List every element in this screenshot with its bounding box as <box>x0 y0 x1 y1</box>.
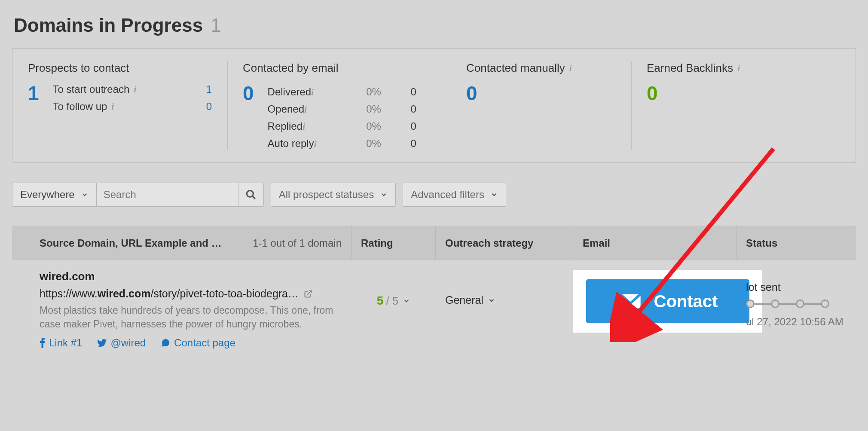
row-link-1-label: Link #1 <box>49 337 82 349</box>
chevron-down-icon <box>380 191 388 199</box>
mail-icon <box>618 292 643 311</box>
search-input[interactable] <box>97 189 238 201</box>
info-icon[interactable]: i <box>134 85 136 94</box>
stats-replied-label: Replied <box>268 120 303 132</box>
filter-bar: Everywhere All prospect statuses Advance… <box>12 183 856 207</box>
chevron-down-icon <box>490 191 498 199</box>
page-title-row: Domains in Progress 1 <box>14 15 856 36</box>
page-title-count: 1 <box>211 15 221 36</box>
stats-autoreply-pct: 0% <box>366 135 410 152</box>
status-date: ul 27, 2022 10:56 AM <box>746 316 847 328</box>
advanced-filters-dropdown[interactable]: Advanced filters <box>403 183 506 207</box>
stats-col-manual: Contacted manually i 0 <box>451 59 631 152</box>
search-icon <box>245 189 257 200</box>
row-links: Link #1 @wired Contact page <box>40 337 342 349</box>
chevron-down-icon <box>403 297 410 305</box>
status-filter-label: All prospect statuses <box>279 189 374 201</box>
stats-autoreply-label: Auto reply <box>268 138 314 149</box>
stats-start-outreach-label: To start outreach <box>53 83 130 95</box>
stats-col-email: Contacted by email 0 Deliveredi 0% 0 Ope… <box>227 59 451 152</box>
th-status: Status <box>737 226 856 260</box>
svg-point-0 <box>247 190 253 197</box>
contact-button-highlight: Contact <box>573 270 762 333</box>
twitter-icon <box>97 338 107 348</box>
row-url-prefix: https://www. <box>40 287 98 300</box>
stats-opened-label: Opened <box>268 103 304 115</box>
stats-replied-val: 0 <box>411 118 435 135</box>
stats-follow-up-value: 0 <box>206 101 212 113</box>
row-description: Most plastics take hundreds of years to … <box>40 303 336 331</box>
info-icon[interactable]: i <box>569 64 572 73</box>
scope-dropdown[interactable]: Everywhere <box>12 183 96 207</box>
stats-opened-pct: 0% <box>366 101 410 118</box>
stats-card: Prospects to contact 1 To start outreach… <box>12 48 856 163</box>
row-link-1[interactable]: Link #1 <box>40 337 82 349</box>
info-icon[interactable]: i <box>737 64 740 73</box>
th-email: Email <box>573 226 737 260</box>
page-title: Domains in Progress <box>14 15 203 36</box>
info-icon[interactable]: i <box>314 138 317 149</box>
comment-icon <box>160 338 171 348</box>
info-icon[interactable]: i <box>304 104 307 115</box>
row-url-bold: wired.com <box>98 287 151 300</box>
stats-autoreply-val: 0 <box>411 135 435 152</box>
strategy-dropdown[interactable]: General <box>445 294 495 306</box>
stats-manual-label: Contacted manually <box>466 61 565 75</box>
stats-start-outreach-value: 1 <box>206 83 212 95</box>
stats-replied-pct: 0% <box>366 118 410 135</box>
contact-button[interactable]: Contact <box>586 279 749 323</box>
stats-opened-val: 0 <box>411 101 435 118</box>
table-header: Source Domain, URL Example and … 1-1 out… <box>12 226 856 260</box>
stats-col-earned: Earned Backlinks i 0 <box>631 59 755 152</box>
stats-email-total: 0 <box>243 83 254 152</box>
stats-earned-total: 0 <box>647 83 740 103</box>
chevron-down-icon <box>81 191 89 199</box>
th-summary: 1-1 out of 1 domain <box>253 237 342 249</box>
advanced-filters-label: Advanced filters <box>411 189 484 201</box>
th-strategy: Outreach strategy <box>436 226 573 260</box>
contact-button-label: Contact <box>654 292 718 311</box>
row-link-twitter[interactable]: @wired <box>97 337 146 349</box>
row-url[interactable]: https://www.wired.com/story/pivet-toto-t… <box>40 287 342 300</box>
rating-of: / 5 <box>386 294 398 307</box>
svg-line-1 <box>252 196 255 199</box>
stats-prospects-label: Prospects to contact <box>28 61 212 75</box>
rating-value: 5 <box>377 294 384 307</box>
status-filter-dropdown[interactable]: All prospect statuses <box>271 183 396 207</box>
facebook-icon <box>40 338 46 348</box>
search-button[interactable] <box>238 183 264 207</box>
stats-manual-total: 0 <box>466 83 616 103</box>
stats-follow-up-label: To follow up <box>53 101 107 113</box>
domains-table: Source Domain, URL Example and … 1-1 out… <box>12 226 856 349</box>
status-label: lot sent <box>746 281 847 293</box>
row-link-twitter-label: @wired <box>110 337 146 349</box>
strategy-label: General <box>445 294 483 306</box>
stats-email-label: Contacted by email <box>243 61 435 75</box>
row-link-contact-page-label: Contact page <box>174 337 235 349</box>
stats-col-prospects: Prospects to contact 1 To start outreach… <box>12 59 227 152</box>
info-icon[interactable]: i <box>303 121 305 132</box>
info-icon[interactable]: i <box>311 87 314 98</box>
stats-delivered-val: 0 <box>411 83 435 101</box>
table-row: wired.com https://www.wired.com/story/pi… <box>12 260 856 349</box>
status-progress-dots <box>746 300 847 308</box>
stats-delivered-pct: 0% <box>366 83 410 101</box>
info-icon[interactable]: i <box>111 102 114 111</box>
row-url-rest: /story/pivet-toto-toa-biodegra… <box>150 287 299 300</box>
stats-earned-label: Earned Backlinks <box>647 61 733 75</box>
scope-dropdown-label: Everywhere <box>20 189 75 201</box>
svg-line-2 <box>307 290 311 294</box>
search-input-wrap[interactable] <box>96 183 238 207</box>
row-domain[interactable]: wired.com <box>40 270 342 283</box>
th-rating: Rating <box>351 226 436 260</box>
chevron-down-icon <box>488 297 495 304</box>
th-source: Source Domain, URL Example and … <box>40 237 222 249</box>
external-link-icon[interactable] <box>304 290 312 298</box>
stats-prospects-total: 1 <box>28 83 39 118</box>
rating-dropdown[interactable]: 5 / 5 <box>377 294 411 308</box>
stats-delivered-label: Delivered <box>268 86 311 98</box>
row-link-contact-page[interactable]: Contact page <box>160 337 235 349</box>
